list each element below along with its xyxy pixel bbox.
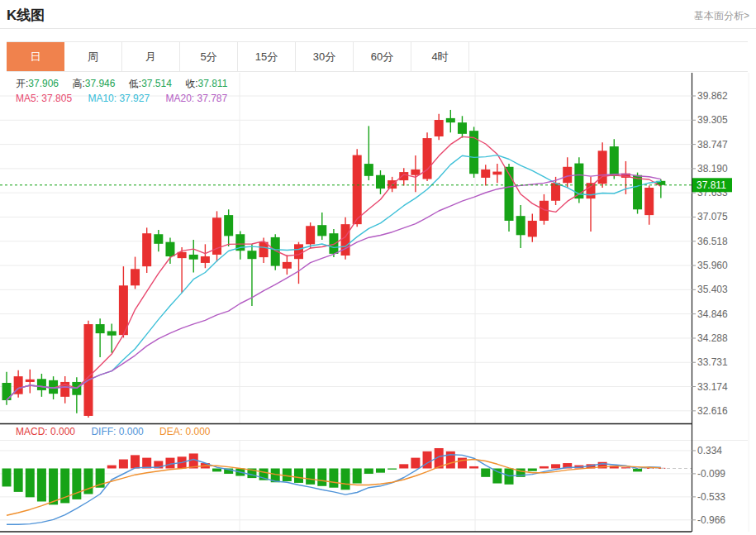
candle-body — [492, 172, 502, 175]
low-label: 低: — [129, 78, 141, 89]
macd-bar — [469, 466, 478, 469]
macd-bar — [446, 451, 455, 469]
candle-body — [306, 226, 315, 244]
macd-bar — [26, 469, 35, 498]
open-label: 开: — [16, 78, 28, 89]
candle-body — [283, 262, 292, 269]
macd-bar — [212, 469, 221, 472]
y-axis-label: 36.518 — [697, 236, 728, 247]
y-axis-label: 34.288 — [697, 332, 728, 344]
candle-body — [423, 138, 432, 179]
macd-bar — [353, 469, 362, 484]
ma20-line — [7, 174, 661, 400]
macd-bar — [306, 469, 315, 485]
macd-bar — [119, 460, 128, 469]
macd-bar — [458, 458, 467, 469]
y-axis-label: 39.305 — [697, 114, 728, 126]
macd-value: MACD: 0.000 — [16, 426, 75, 437]
axis — [0, 73, 692, 532]
candle-body — [364, 164, 373, 176]
candle-body — [399, 172, 408, 180]
tab-4hour[interactable]: 4时 — [411, 42, 469, 71]
y-axis-label: 35.960 — [697, 260, 728, 271]
tab-month[interactable]: 月 — [122, 42, 180, 71]
macd-bar — [399, 464, 408, 468]
page-header: K线图 基本面分析> — [0, 0, 756, 29]
candle-body — [212, 217, 221, 255]
candle-body — [528, 221, 537, 236]
candle-body — [376, 175, 385, 189]
candle-body — [563, 167, 572, 183]
candle-body — [341, 224, 350, 256]
interval-tabs: 日周月5分15分30分60分4时 — [7, 41, 748, 72]
ma10-value: MA10: 37.927 — [88, 93, 150, 104]
macd-bar — [540, 466, 549, 469]
candle-body — [481, 170, 490, 178]
high-label: 高: — [72, 78, 84, 89]
macd-bar — [329, 469, 338, 488]
candle-body — [247, 251, 256, 259]
candle-body — [610, 146, 619, 176]
candle-body — [435, 120, 444, 136]
y-axis-label: 0.334 — [697, 445, 722, 456]
candle-body — [317, 225, 326, 236]
candle-body — [142, 233, 151, 266]
candle-body — [516, 216, 525, 235]
macd-bar — [551, 464, 560, 468]
fundamental-analysis-link[interactable]: 基本面分析> — [694, 9, 749, 23]
tab-5min[interactable]: 5分 — [180, 42, 238, 71]
macd-bar — [411, 458, 420, 469]
tab-15min[interactable]: 15分 — [238, 42, 296, 71]
y-axis-label: -0.099 — [697, 468, 725, 480]
candle-body — [574, 164, 583, 199]
y-axis-label: -0.533 — [697, 491, 725, 503]
candle-body — [154, 234, 163, 244]
y-axis-labels: 39.86239.30538.74738.19037.63337.07536.5… — [692, 90, 728, 526]
candle-body — [551, 183, 560, 201]
grid-lines — [0, 73, 749, 532]
candle-body — [26, 380, 35, 382]
candle-body — [165, 242, 174, 256]
y-axis-label: 33.174 — [697, 381, 728, 393]
candle-body — [107, 331, 116, 335]
candle-body — [131, 269, 140, 285]
tab-60min[interactable]: 60分 — [354, 42, 411, 71]
macd-bar — [376, 469, 385, 473]
y-axis-label: 33.731 — [697, 356, 728, 368]
y-axis-label: 38.190 — [697, 163, 728, 174]
macd-bar — [37, 469, 46, 502]
macd-bar — [481, 469, 490, 477]
ma-row: MA5: 37.805 MA10: 37.927 MA20: 37.787 — [16, 93, 227, 104]
macd-bar — [131, 455, 140, 468]
low-value: 37.514 — [141, 78, 172, 89]
tab-day[interactable]: 日 — [7, 42, 64, 71]
candle-body — [96, 324, 105, 333]
ma10-line — [7, 155, 661, 400]
macd-bar — [388, 469, 397, 470]
macd-row: MACD: 0.000 DIFF: 0.000 DEA: 0.000 — [16, 426, 211, 437]
macd-bar — [492, 469, 502, 484]
tab-week[interactable]: 周 — [64, 42, 122, 71]
macd-bar — [49, 469, 58, 505]
y-axis-label: 34.846 — [697, 308, 728, 320]
candle-body — [37, 379, 46, 390]
macd-bar — [294, 469, 303, 483]
candle-body — [458, 122, 467, 134]
diff-value: DIFF: 0.000 — [91, 426, 143, 437]
ma20-value: MA20: 37.787 — [165, 93, 227, 104]
macd-bar — [423, 451, 432, 469]
candlestick-series — [2, 110, 666, 418]
y-axis-label: 32.616 — [697, 405, 728, 417]
y-axis-label: -0.966 — [697, 514, 725, 526]
high-value: 37.946 — [85, 78, 116, 89]
diff-line — [7, 455, 661, 525]
tab-30min[interactable]: 30分 — [296, 42, 354, 71]
open-value: 37.906 — [28, 78, 59, 89]
candle-body — [83, 324, 93, 416]
candle-body — [294, 244, 303, 259]
close-label: 收: — [185, 78, 197, 89]
y-axis-label: 39.862 — [697, 90, 728, 102]
candle-body — [411, 170, 420, 175]
candle-body — [329, 233, 338, 254]
candle-body — [633, 175, 642, 210]
